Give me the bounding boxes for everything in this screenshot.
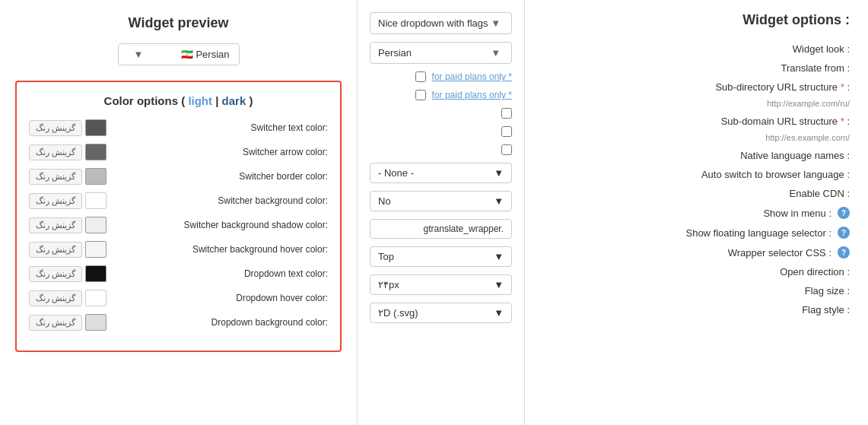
color-swatch[interactable] bbox=[85, 168, 107, 185]
translate-from-label: Translate from : bbox=[781, 62, 850, 74]
wrapper-css-input[interactable]: gtranslate_wrapper. bbox=[370, 219, 512, 239]
color-pick-button[interactable]: گزینش رنگ bbox=[29, 120, 82, 136]
option-open-direction: Open direction : bbox=[543, 266, 850, 278]
chevron-icon: ▼ bbox=[494, 307, 504, 319]
chevron-icon: ▼ bbox=[134, 49, 144, 60]
subdomain-url-value: http://es.example.com/ bbox=[765, 133, 850, 142]
left-panel: Widget preview ▼ 🇮🇷 Persian Color option… bbox=[0, 0, 358, 425]
option-floating: Show floating language selector : ? bbox=[543, 227, 850, 239]
paid-plan-checkbox-1[interactable] bbox=[415, 71, 426, 82]
chevron-icon: ▼ bbox=[494, 195, 504, 207]
color-row-switcher-border: :Switcher border color گزینش رنگ bbox=[29, 168, 328, 185]
color-swatch[interactable] bbox=[85, 241, 107, 258]
native-language-row bbox=[370, 108, 512, 119]
color-row-dropdown-text: :Dropdown text color گزینش رنگ bbox=[29, 265, 328, 282]
flag-style-value: ۲D (.svg) bbox=[378, 307, 418, 319]
color-row-switcher-arrow: :Switcher arrow color گزینش رنگ bbox=[29, 144, 328, 160]
paid-plan-link-2[interactable]: for paid plans only * bbox=[432, 90, 512, 100]
help-icon[interactable]: ? bbox=[838, 246, 850, 258]
dropdown-bg-color-picker[interactable]: گزینش رنگ bbox=[29, 314, 107, 331]
color-pick-button[interactable]: گزینش رنگ bbox=[29, 193, 82, 209]
middle-panel: Nice dropdown with flags ▼ Persian ▼ for… bbox=[358, 0, 525, 425]
help-icon[interactable]: ? bbox=[838, 207, 850, 219]
language-value: Persian bbox=[378, 47, 412, 59]
open-direction-select[interactable]: Top ▼ bbox=[370, 246, 512, 267]
chevron-icon: ▼ bbox=[494, 279, 504, 290]
option-subdir-url: Sub-directory URL structure * : http://e… bbox=[543, 81, 850, 108]
widget-type-dropdown[interactable]: Nice dropdown with flags ▼ bbox=[370, 12, 512, 34]
switcher-text-color-picker[interactable]: گزینش رنگ bbox=[29, 119, 107, 136]
auto-switch-label: Auto switch to browser language : bbox=[701, 169, 850, 180]
native-names-label: Native language names : bbox=[740, 150, 850, 161]
flag-style-label: Flag style : bbox=[802, 304, 850, 316]
floating-selector-select[interactable]: No ▼ bbox=[370, 191, 512, 211]
chevron-icon: ▼ bbox=[491, 47, 501, 59]
option-translate-from: Translate from : bbox=[543, 62, 850, 74]
color-swatch[interactable] bbox=[85, 314, 107, 331]
color-pick-button[interactable]: گزینش رنگ bbox=[29, 315, 82, 331]
language-dropdown-middle[interactable]: Persian ▼ bbox=[370, 42, 512, 64]
switcher-arrow-color-picker[interactable]: گزینش رنگ bbox=[29, 144, 107, 160]
native-language-checkbox[interactable] bbox=[501, 108, 512, 119]
switcher-arrow-color-label: :Switcher arrow color bbox=[243, 147, 328, 157]
paid-plan-checkbox-2[interactable] bbox=[415, 90, 426, 100]
floating-value: No bbox=[378, 195, 391, 207]
option-native-names: Native language names : bbox=[543, 150, 850, 161]
paid-plan-row-2: for paid plans only * bbox=[370, 90, 512, 100]
option-flag-size: Flag size : bbox=[543, 285, 850, 297]
color-swatch[interactable] bbox=[85, 290, 107, 306]
option-auto-switch: Auto switch to browser language : bbox=[543, 169, 850, 180]
cdn-label: Enable CDN : bbox=[790, 188, 850, 199]
language-dropdown[interactable]: ▼ 🇮🇷 Persian bbox=[118, 43, 240, 65]
wrapper-css-label: Wrapper selector CSS : bbox=[728, 247, 831, 258]
switcher-border-color-picker[interactable]: گزینش رنگ bbox=[29, 168, 107, 185]
color-pick-button[interactable]: گزینش رنگ bbox=[29, 169, 82, 185]
switcher-text-color-label: :Switcher text color bbox=[251, 122, 328, 133]
floating-label: Show floating language selector : bbox=[685, 227, 831, 239]
option-wrapper-css: Wrapper selector CSS : ? bbox=[543, 246, 850, 258]
flag-icon: 🇮🇷 bbox=[181, 49, 193, 60]
color-options-box: Color options ( light | dark ) :Switcher… bbox=[15, 81, 342, 352]
color-pick-button[interactable]: گزینش رنگ bbox=[29, 242, 82, 258]
help-icon[interactable]: ? bbox=[838, 227, 850, 239]
show-in-menu-label: Show in menu : bbox=[763, 208, 831, 219]
option-cdn: Enable CDN : bbox=[543, 188, 850, 199]
color-row-switcher-hover: :Switcher background hover color گزینش ر… bbox=[29, 241, 328, 258]
color-swatch[interactable] bbox=[85, 192, 107, 209]
show-in-menu-select[interactable]: - None - ▼ bbox=[370, 163, 512, 183]
dropdown-text-color-picker[interactable]: گزینش رنگ bbox=[29, 265, 107, 282]
color-pick-button[interactable]: گزینش رنگ bbox=[29, 144, 82, 160]
color-pick-button[interactable]: گزینش رنگ bbox=[29, 217, 82, 233]
flag-size-select[interactable]: ۲۴px ▼ bbox=[370, 274, 512, 295]
language-label: 🇮🇷 Persian bbox=[181, 49, 230, 60]
paid-plan-link-1[interactable]: for paid plans only * bbox=[432, 71, 512, 82]
chevron-icon: ▼ bbox=[494, 167, 504, 179]
switcher-shadow-color-label: :Switcher background shadow color bbox=[184, 220, 328, 230]
auto-switch-checkbox[interactable] bbox=[501, 126, 512, 137]
wrapper-css-value: gtranslate_wrapper. bbox=[424, 224, 504, 234]
option-widget-look: Widget look : bbox=[543, 43, 850, 55]
color-swatch[interactable] bbox=[85, 265, 107, 282]
light-link[interactable]: light bbox=[188, 94, 212, 107]
color-pick-button[interactable]: گزینش رنگ bbox=[29, 266, 82, 282]
color-swatch[interactable] bbox=[85, 119, 107, 136]
flag-size-label: Flag size : bbox=[805, 285, 850, 297]
switcher-shadow-color-picker[interactable]: گزینش رنگ bbox=[29, 217, 107, 233]
color-swatch[interactable] bbox=[85, 217, 107, 233]
dropdown-hover-color-label: :Dropdown hover color bbox=[236, 293, 328, 303]
switcher-hover-color-picker[interactable]: گزینش رنگ bbox=[29, 241, 107, 258]
widget-preview-title: Widget preview bbox=[15, 15, 342, 31]
option-show-in-menu: Show in menu : ? bbox=[543, 207, 850, 219]
dropdown-hover-color-picker[interactable]: گزینش رنگ bbox=[29, 290, 107, 306]
flag-size-value: ۲۴px bbox=[378, 279, 399, 290]
cdn-checkbox[interactable] bbox=[501, 144, 512, 155]
color-swatch[interactable] bbox=[85, 144, 107, 160]
open-direction-label: Open direction : bbox=[780, 266, 850, 278]
language-selector[interactable]: ▼ 🇮🇷 Persian bbox=[15, 43, 342, 65]
switcher-bg-color-picker[interactable]: گزینش رنگ bbox=[29, 192, 107, 209]
color-pick-button[interactable]: گزینش رنگ bbox=[29, 290, 82, 306]
flag-style-select[interactable]: ۲D (.svg) ▼ bbox=[370, 303, 512, 323]
switcher-border-color-label: :Switcher border color bbox=[239, 171, 328, 182]
color-row-dropdown-bg: :Dropdown background color گزینش رنگ bbox=[29, 314, 328, 331]
dark-link[interactable]: dark bbox=[222, 94, 246, 107]
